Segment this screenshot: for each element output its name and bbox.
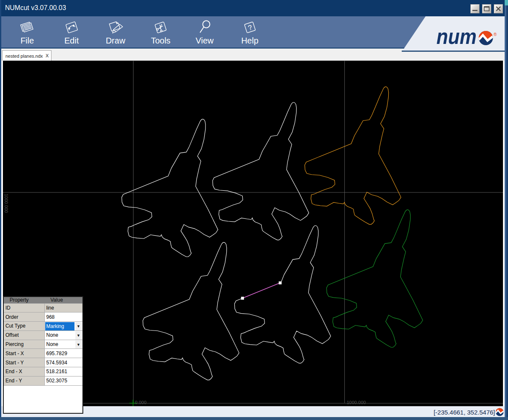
svg-text:1000.000: 1000.000 — [4, 194, 9, 213]
svg-text:?: ? — [247, 23, 253, 32]
svg-text:num: num — [436, 24, 477, 49]
svg-text:®: ® — [494, 32, 497, 37]
svg-text:1000.000: 1000.000 — [347, 400, 366, 405]
svg-text:0.000: 0.000 — [135, 400, 147, 405]
